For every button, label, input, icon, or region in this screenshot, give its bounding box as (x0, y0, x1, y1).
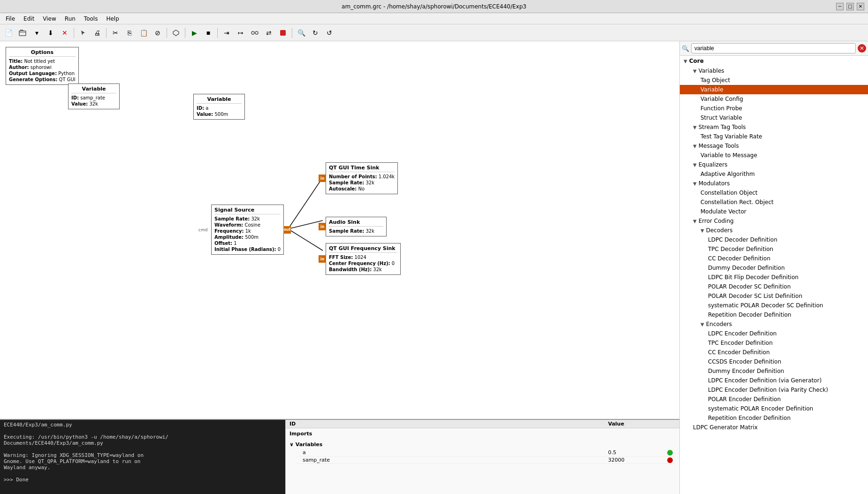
tree-item-systematic-polar-decoder-sc[interactable]: systematic POLAR Decoder SC Definition (680, 301, 868, 310)
tree-item-struct-variable[interactable]: Struct Variable (680, 113, 868, 122)
tree-item-ldpc-decoder[interactable]: LDPC Decoder Definition (680, 235, 868, 244)
forward-button[interactable]: ↦ (234, 26, 247, 39)
tree-item-function-probe[interactable]: Function Probe (680, 104, 868, 113)
tree-item-tpc-encoder[interactable]: TPC Encoder Definition (680, 338, 868, 348)
tree-item-constellation-rect-object[interactable]: Constellation Rect. Object (680, 198, 868, 207)
delete-button[interactable]: ✕ (58, 26, 71, 39)
tree-subsection-stream-tag-tools[interactable]: ▼ Stream Tag Tools (680, 122, 868, 132)
tree-item-ldpc-encoder[interactable]: LDPC Encoder Definition (680, 329, 868, 338)
tree-item-cc-encoder[interactable]: CC Encoder Definition (680, 348, 868, 357)
pointer-button[interactable] (76, 26, 90, 39)
svg-point-2 (251, 31, 254, 34)
tree-item-polar-decoder-sc[interactable]: POLAR Decoder SC Definition (680, 282, 868, 291)
struct-variable-label: Struct Variable (700, 114, 742, 121)
arrows-button[interactable]: ⇄ (262, 26, 275, 39)
tree-item-ldpc-encoder-gen[interactable]: LDPC Encoder Definition (via Generator) (680, 376, 868, 385)
tree-item-repetition-decoder[interactable]: Repetition Decoder Definition (680, 310, 868, 319)
menu-view[interactable]: View (39, 15, 60, 23)
minimize-button[interactable]: ─ (836, 3, 844, 10)
tree-item-test-tag-variable-rate[interactable]: Test Tag Variable Rate (680, 132, 868, 141)
paste-button[interactable]: 📋 (137, 26, 150, 39)
menu-run[interactable]: Run (61, 15, 79, 23)
tree-item-ccsds-encoder[interactable]: CCSDS Encoder Definition (680, 357, 868, 366)
ss-frequency: Frequency: 1k (214, 228, 281, 234)
close-button[interactable]: ✕ (857, 3, 864, 10)
menu-help[interactable]: Help (102, 15, 122, 23)
port-button[interactable] (169, 26, 183, 39)
menu-edit[interactable]: Edit (20, 15, 38, 23)
tree-subsection-variables[interactable]: ▼ Variables (680, 66, 868, 76)
find-button[interactable]: 🔍 (295, 26, 308, 39)
qt-freq-sink-block[interactable]: in QT GUI Frequency Sink FFT Size: 1024 … (326, 243, 401, 275)
var-row-samp-rate: samp_rate 32000 (295, 456, 676, 464)
tree-item-dummy-decoder[interactable]: Dummy Decoder Definition (680, 263, 868, 273)
qt-ts-samp: Sample Rate: 32k (329, 180, 395, 186)
error-coding-label: Error Coding (699, 218, 734, 224)
cut-button[interactable]: ✂ (109, 26, 122, 39)
reload-button[interactable]: ⇥ (220, 26, 233, 39)
signal-source-out-port[interactable]: out (283, 226, 291, 234)
block-tree: ▼ Core ▼ Variables Tag Object Variable V… (680, 56, 868, 494)
copy-button[interactable]: ⎘ (123, 26, 136, 39)
tree-item-modulate-vector[interactable]: Modulate Vector (680, 207, 868, 216)
var-act-a[interactable] (664, 450, 676, 456)
tree-subsection-error-coding[interactable]: ▼ Error Coding (680, 216, 868, 226)
tree-item-systematic-polar-encoder[interactable]: systematic POLAR Encoder Definition (680, 404, 868, 413)
tree-item-polar-encoder[interactable]: POLAR Encoder Definition (680, 395, 868, 404)
audio-sink-block[interactable]: in Audio Sink Sample Rate: 32k (326, 217, 387, 236)
maximize-button[interactable]: □ (846, 3, 854, 10)
tree-item-polar-decoder-sc-list[interactable]: POLAR Decoder SC List Definition (680, 291, 868, 301)
console-line-5 (4, 446, 282, 452)
variable-block-samp-rate[interactable]: Variable ID: samp_rate Value: 32k (68, 84, 120, 109)
tree-subsection-decoders[interactable]: ▼ Decoders (680, 226, 868, 235)
qt-time-sink-in-port[interactable]: in (319, 175, 326, 182)
tree-item-dummy-encoder[interactable]: Dummy Encoder Definition (680, 366, 868, 376)
console-line-9 (4, 471, 282, 477)
variables-expand-icon[interactable]: ∨ Variables (289, 441, 322, 448)
tree-item-cc-decoder[interactable]: CC Decoder Definition (680, 254, 868, 263)
qt-freq-sink-in-port[interactable]: in (319, 255, 326, 263)
tree-item-adaptive-algorithm[interactable]: Adaptive Algorithm (680, 169, 868, 179)
tree-item-variable-to-message[interactable]: Variable to Message (680, 151, 868, 160)
audio-sink-in-port[interactable]: in (319, 223, 326, 230)
tree-item-repetition-encoder[interactable]: Repetition Encoder Definition (680, 413, 868, 423)
route-button[interactable] (248, 26, 261, 39)
console-panel[interactable]: ECE440/Exp3/am_comm.py Executing: /usr/b… (0, 420, 285, 494)
tree-item-ldpc-generator-matrix[interactable]: LDPC Generator Matrix (680, 423, 868, 432)
tree-subsection-message-tools[interactable]: ▼ Message Tools (680, 141, 868, 151)
tree-subsection-modulators[interactable]: ▼ Modulators (680, 179, 868, 188)
qt-time-sink-block[interactable]: in QT GUI Time Sink Number of Points: 1.… (326, 162, 398, 194)
tree-item-tpc-decoder[interactable]: TPC Decoder Definition (680, 244, 868, 254)
block-button[interactable] (276, 26, 289, 39)
new-button[interactable]: 📄 (2, 26, 15, 39)
tree-item-tag-object[interactable]: Tag Object (680, 76, 868, 85)
options-block[interactable]: Options Title: Not titled yet Author: sp… (6, 47, 79, 85)
tree-item-constellation-object[interactable]: Constellation Object (680, 188, 868, 198)
tree-section-core[interactable]: ▼ Core (680, 56, 868, 66)
var-status-a (667, 450, 673, 456)
print-button[interactable]: 🖨 (91, 26, 104, 39)
open-button[interactable] (16, 26, 29, 39)
open-arrow-button[interactable]: ▾ (30, 26, 43, 39)
signal-source-block[interactable]: Signal Source Sample Rate: 32k Waveform:… (211, 205, 284, 255)
search-clear-button[interactable]: ✕ (858, 44, 866, 53)
variable-block-a[interactable]: Variable ID: a Value: 500m (193, 94, 245, 120)
save-button[interactable]: ⬇ (44, 26, 57, 39)
console-line-10: >>> Done (4, 477, 282, 483)
search-input[interactable] (691, 43, 856, 53)
stop-button[interactable]: ■ (202, 26, 215, 39)
tree-item-ldpc-encoder-parity[interactable]: LDPC Encoder Definition (via Parity Chec… (680, 385, 868, 395)
tree-item-variable[interactable]: Variable (680, 85, 868, 94)
run-button[interactable]: ▶ (188, 26, 201, 39)
rotate-button[interactable]: ↺ (323, 26, 336, 39)
canvas[interactable]: Options Title: Not titled yet Author: sp… (0, 41, 679, 419)
disable-button[interactable]: ⊘ (151, 26, 164, 39)
tree-item-variable-config[interactable]: Variable Config (680, 94, 868, 104)
var-act-samp-rate[interactable] (664, 457, 676, 463)
tree-item-ldpc-bit-flip-decoder[interactable]: LDPC Bit Flip Decoder Definition (680, 273, 868, 282)
menu-tools[interactable]: Tools (80, 15, 102, 23)
tree-subsection-equalizers[interactable]: ▼ Equalizers (680, 160, 868, 169)
menu-file[interactable]: File (2, 15, 19, 23)
tree-subsection-encoders[interactable]: ▼ Encoders (680, 319, 868, 329)
refresh-button[interactable]: ↻ (309, 26, 322, 39)
